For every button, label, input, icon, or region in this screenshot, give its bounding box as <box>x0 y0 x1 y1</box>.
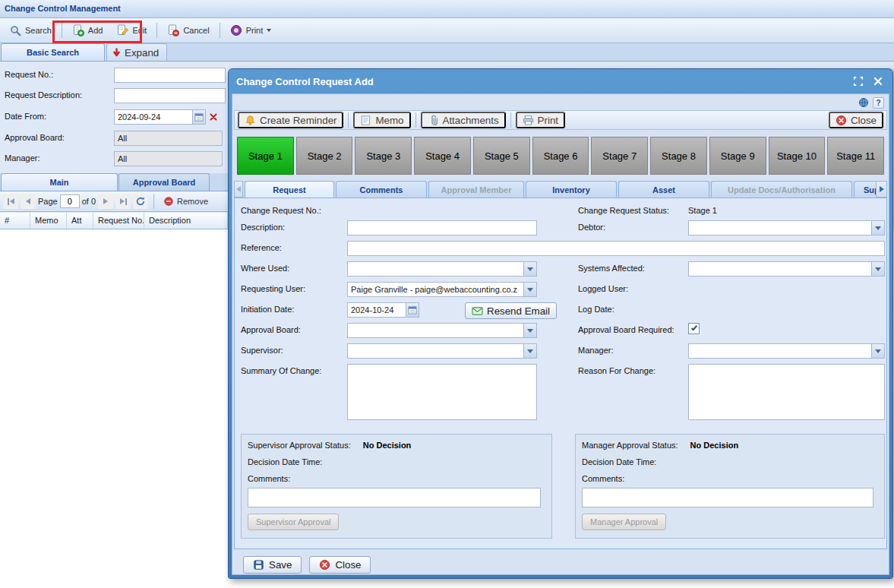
stage-8-button[interactable]: Stage 8 <box>650 137 707 175</box>
request-no-input[interactable] <box>114 68 226 83</box>
dropdown-arrow-icon[interactable] <box>523 324 536 337</box>
page-number-input[interactable] <box>60 194 80 208</box>
modal-close-footer-button[interactable]: Close <box>309 556 371 574</box>
expand-button[interactable]: Expand <box>106 43 167 61</box>
attachments-button[interactable]: Attachments <box>421 112 506 128</box>
systems-affected-combo[interactable] <box>688 261 885 277</box>
tab-update-docs-authorisation[interactable]: Update Docs/Authorisation <box>711 181 852 198</box>
description-input[interactable] <box>347 220 537 236</box>
memo-button[interactable]: Memo <box>353 112 410 128</box>
dropdown-arrow-icon[interactable] <box>871 344 884 358</box>
help-button[interactable]: ? <box>873 97 884 109</box>
date-from-picker-button[interactable] <box>192 109 206 125</box>
grid-header-description[interactable]: Description <box>144 213 228 229</box>
initiation-date-picker-button[interactable] <box>406 302 419 318</box>
approval-board-filter-field[interactable]: All <box>114 131 223 146</box>
globe-icon <box>858 97 869 108</box>
stage-6-button[interactable]: Stage 6 <box>532 137 589 175</box>
tab-basic-search[interactable]: Basic Search <box>1 43 105 61</box>
remove-button[interactable]: Remove <box>160 193 212 210</box>
supervisor-comments-input[interactable] <box>248 488 541 507</box>
manager-filter-field[interactable]: All <box>114 151 223 166</box>
grid-header-att[interactable]: Att <box>67 213 93 229</box>
stage-2-button[interactable]: Stage 2 <box>296 137 353 175</box>
create-reminder-button[interactable]: Create Reminder <box>238 112 343 128</box>
grid-header-request-no[interactable]: Request No. <box>93 213 144 229</box>
manager-comments-label: Comments: <box>582 474 624 483</box>
reference-input[interactable] <box>347 241 885 256</box>
calendar-icon <box>408 305 417 315</box>
toolbar-separator <box>62 23 62 38</box>
where-used-combo[interactable] <box>347 261 537 277</box>
approval-board-combo[interactable] <box>347 323 537 338</box>
dropdown-arrow-icon[interactable] <box>523 344 536 358</box>
modal-body: ? Create Reminder Memo Attachments Print <box>232 93 889 575</box>
tab-scroll-left-button[interactable] <box>234 181 243 198</box>
page-label: Page <box>38 197 58 206</box>
manager-combo[interactable] <box>688 343 885 359</box>
requesting-user-combo[interactable]: Paige Granville - paige@webaccounting.co… <box>347 282 537 297</box>
tab-asset[interactable]: Asset <box>618 181 709 198</box>
stage-9-button[interactable]: Stage 9 <box>709 137 766 175</box>
tab-inventory[interactable]: Inventory <box>526 181 617 198</box>
stage-5-button[interactable]: Stage 5 <box>473 137 530 175</box>
refresh-button[interactable] <box>133 194 148 209</box>
dropdown-arrow-icon[interactable] <box>871 221 884 235</box>
add-icon <box>72 24 84 36</box>
dropdown-arrow-icon[interactable] <box>523 262 536 276</box>
supervisor-combo[interactable] <box>347 343 537 359</box>
cancel-button[interactable]: Cancel <box>160 21 216 40</box>
tab-approval-board[interactable]: Approval Board <box>118 173 210 191</box>
manager-comments-input[interactable] <box>582 488 873 507</box>
dropdown-arrow-icon[interactable] <box>871 262 884 276</box>
stage-7-button[interactable]: Stage 7 <box>591 137 648 175</box>
request-description-input[interactable] <box>114 88 226 103</box>
stage-11-button[interactable]: Stage 11 <box>827 137 884 175</box>
last-page-button[interactable] <box>115 194 131 209</box>
initiation-date-input[interactable]: 2024-10-24 <box>347 302 406 318</box>
close-button-titlebar[interactable] <box>871 74 885 88</box>
grid-header-memo[interactable]: Memo <box>30 213 67 229</box>
main-toolbar: Search Add Edit Cancel Print <box>0 18 894 43</box>
approval-board-required-checkbox[interactable] <box>688 323 700 334</box>
save-button[interactable]: Save <box>243 556 302 574</box>
debtor-combo[interactable] <box>688 220 885 236</box>
logged-user-label: Logged User: <box>578 284 628 293</box>
tab-scroll-right-button[interactable] <box>876 181 887 198</box>
add-button[interactable]: Add <box>65 21 110 40</box>
supervisor-approval-panel: Supervisor Approval Status:No Decision D… <box>241 434 552 539</box>
supervisor-approval-status-value: No Decision <box>363 441 412 450</box>
stage-3-button[interactable]: Stage 3 <box>355 137 412 175</box>
tab-request[interactable]: Request <box>245 181 334 198</box>
tab-comments[interactable]: Comments <box>336 181 427 198</box>
search-button[interactable]: Search <box>3 21 58 40</box>
first-page-button[interactable] <box>3 194 18 209</box>
supervisor-approval-button[interactable]: Supervisor Approval <box>248 514 339 530</box>
modal-print-button[interactable]: Print <box>516 112 565 128</box>
stage-10-button[interactable]: Stage 10 <box>769 137 826 175</box>
tab-main[interactable]: Main <box>1 173 118 191</box>
manager-approval-button[interactable]: Manager Approval <box>582 514 666 530</box>
print-button[interactable]: Print <box>223 21 279 40</box>
toolbar-separator <box>415 112 416 128</box>
resend-email-button[interactable]: Resend Email <box>465 302 557 319</box>
reason-for-change-textarea[interactable] <box>688 364 885 420</box>
close-circle-icon <box>319 559 330 571</box>
grid-header-number[interactable]: # <box>0 213 30 229</box>
globe-button[interactable] <box>858 97 869 109</box>
summary-of-change-textarea[interactable] <box>347 364 537 420</box>
dropdown-arrow-icon[interactable] <box>523 283 536 296</box>
tab-approval-member[interactable]: Approval Member <box>428 181 524 198</box>
attachments-button-label: Attachments <box>443 115 499 126</box>
date-from-input[interactable]: 2024-09-24 <box>114 109 193 125</box>
date-from-clear-button[interactable] <box>207 109 220 125</box>
previous-page-button[interactable] <box>21 194 36 209</box>
stage-4-button[interactable]: Stage 4 <box>414 137 471 175</box>
stage-1-button[interactable]: Stage 1 <box>237 137 294 175</box>
maximize-button[interactable] <box>851 74 865 88</box>
summary-of-change-label: Summary Of Change: <box>241 366 321 375</box>
edit-button[interactable]: Edit <box>109 21 153 40</box>
next-page-button[interactable] <box>98 194 113 209</box>
modal-close-toolbar-button[interactable]: Close <box>829 112 883 128</box>
reference-label: Reference: <box>241 243 282 252</box>
